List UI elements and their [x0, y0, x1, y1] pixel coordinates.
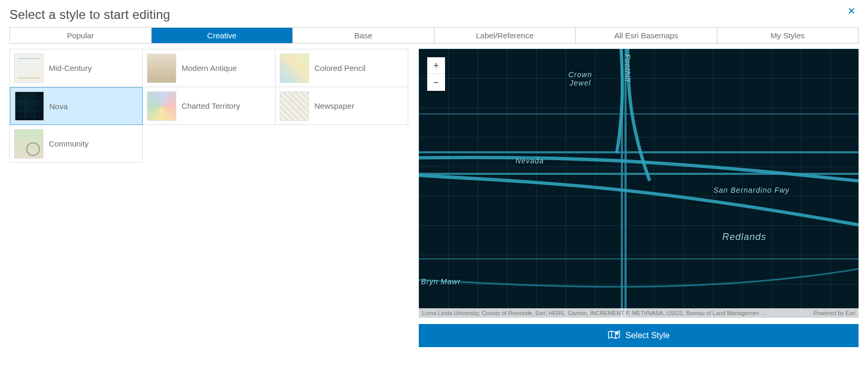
style-thumbnail [14, 54, 44, 83]
tab-my-styles[interactable]: My Styles [717, 28, 859, 43]
select-style-button[interactable]: Select Style [419, 324, 859, 347]
style-card-label: Newspaper [314, 101, 354, 110]
map-attribution-right: Powered by Esri [813, 310, 855, 316]
style-card-newspaper[interactable]: Newspaper [276, 87, 408, 125]
style-card-charted-territory[interactable]: Charted Territory [143, 87, 276, 125]
style-grid: Mid-CenturyModern AntiqueColored PencilN… [9, 49, 408, 163]
tab-popular[interactable]: Popular [10, 28, 152, 43]
style-card-modern-antique[interactable]: Modern Antique [143, 49, 276, 87]
map-attribution-bar: Loma Linda University, County of Riversi… [419, 308, 859, 318]
select-style-label: Select Style [626, 331, 670, 340]
zoom-in-button[interactable]: + [427, 57, 445, 74]
tab-all-esri-basemaps[interactable]: All Esri Basemaps [576, 28, 717, 43]
style-card-label: Charted Territory [182, 101, 240, 110]
style-card-label: Nova [49, 102, 68, 111]
page-title: Select a style to start editing [9, 7, 170, 22]
zoom-out-button[interactable]: − [427, 74, 445, 91]
style-thumbnail [280, 54, 309, 83]
style-card-community[interactable]: Community [10, 125, 143, 163]
style-thumbnail [15, 91, 44, 121]
map-label-redlands: Redlands [722, 232, 766, 243]
map-label-crown-jewel: CrownJewel [568, 70, 592, 87]
map-label-bryn-mawr: Bryn Mawr [421, 277, 461, 286]
style-thumbnail [147, 54, 176, 83]
tab-label-reference[interactable]: Label/Reference [435, 28, 576, 43]
map-attribution-left: Loma Linda University, County of Riversi… [422, 310, 767, 316]
map-label-san-bernardino-fwy: San Bernardino Fwy [713, 186, 789, 194]
tab-creative[interactable]: Creative [152, 28, 293, 43]
map-label-nevada: Nevada [515, 157, 544, 165]
freeway-lines [419, 49, 859, 318]
style-card-label: Mid-Century [49, 64, 92, 72]
map-preview[interactable]: CrownJewel Nevada San Bernardino Fwy Red… [419, 49, 859, 318]
style-thumbnail [147, 91, 176, 121]
style-card-mid-century[interactable]: Mid-Century [10, 49, 143, 87]
map-label-foothill: Foothill [623, 54, 632, 82]
style-card-colored-pencil[interactable]: Colored Pencil [276, 49, 408, 87]
style-category-tabs: PopularCreativeBaseLabel/ReferenceAll Es… [9, 27, 859, 44]
style-card-label: Colored Pencil [314, 64, 366, 72]
map-zoom-controls: + − [427, 57, 445, 91]
close-icon[interactable]: ✕ [844, 4, 859, 18]
style-card-label: Modern Antique [182, 64, 237, 72]
tab-base[interactable]: Base [293, 28, 435, 43]
map-style-icon [608, 329, 620, 342]
style-card-label: Community [49, 139, 89, 148]
style-thumbnail [280, 91, 309, 121]
style-card-nova[interactable]: Nova [10, 87, 143, 125]
style-thumbnail [14, 129, 44, 159]
